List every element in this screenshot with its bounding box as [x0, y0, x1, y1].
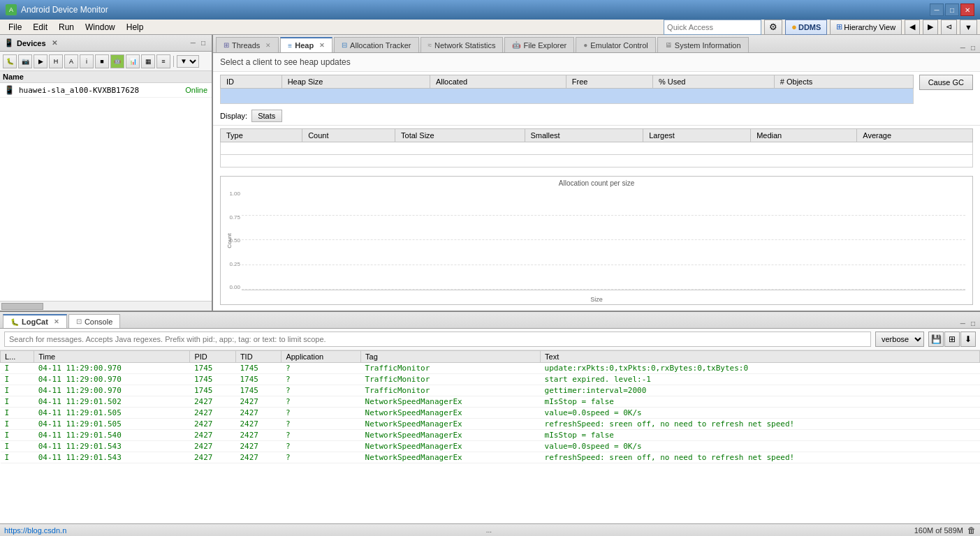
- dev-extra-btn[interactable]: ≡: [156, 54, 170, 68]
- nav-extra-button[interactable]: ⊲: [941, 20, 957, 35]
- dev-alloc-btn[interactable]: A: [64, 54, 78, 68]
- stats-select[interactable]: Stats: [251, 110, 282, 122]
- menu-run[interactable]: Run: [53, 21, 80, 34]
- ddms-button[interactable]: ● DDMS: [785, 20, 827, 35]
- log-cell-text: mIsStop = false: [541, 430, 980, 441]
- bottom-maximize-btn[interactable]: □: [969, 319, 977, 328]
- type-row: [221, 155, 973, 168]
- heap-table: ID Heap Size Allocated Free % Used # Obj…: [220, 75, 914, 104]
- menu-edit[interactable]: Edit: [27, 21, 53, 34]
- trash-icon[interactable]: 🗑: [967, 526, 976, 535]
- log-row[interactable]: I 04-11 11:29:00.970 1745 1745 ? Traffic…: [1, 363, 980, 374]
- dev-screenshot-btn[interactable]: 📷: [18, 54, 32, 68]
- devices-panel-controls: ─ □: [189, 38, 207, 47]
- log-table-container[interactable]: L... Time PID TID Application Tag Text I…: [0, 350, 980, 523]
- log-row[interactable]: I 04-11 11:29:01.502 2427 2427 ? Network…: [1, 396, 980, 408]
- dev-sysinfo-btn[interactable]: i: [80, 54, 94, 68]
- tab-emulator[interactable]: ● Emulator Control: [576, 37, 656, 52]
- log-row[interactable]: I 04-11 11:29:00.970 1745 1745 ? Traffic…: [1, 385, 980, 396]
- tabs-bar: ⊞ Threads ✕ ≡ Heap ✕ ⊟ Allocation Tracke…: [213, 35, 980, 53]
- dev-chart-btn[interactable]: 📊: [126, 54, 140, 68]
- log-row[interactable]: I 04-11 11:29:01.505 2427 2427 ? Network…: [1, 408, 980, 419]
- nav-more-button[interactable]: ▼: [960, 20, 977, 35]
- log-cell-time: 04-11 11:29:01.505: [34, 408, 190, 419]
- right-panel-minimize[interactable]: ─: [958, 43, 967, 52]
- devices-maximize-btn[interactable]: □: [199, 38, 207, 47]
- log-row[interactable]: I 04-11 11:29:01.540 2427 2427 ? Network…: [1, 430, 980, 441]
- log-cell-tid: 2427: [235, 396, 281, 408]
- log-col-tag: Tag: [361, 351, 541, 363]
- menu-file[interactable]: File: [3, 21, 27, 34]
- tab-heap-close[interactable]: ✕: [319, 42, 325, 49]
- quick-access-input[interactable]: [664, 20, 761, 35]
- heap-row[interactable]: [221, 89, 914, 104]
- type-col-totalsize: Total Size: [395, 129, 525, 142]
- device-icon: 📱: [4, 85, 15, 95]
- maximize-button[interactable]: □: [945, 3, 959, 16]
- chart-ytick-1: 0.00: [229, 284, 240, 290]
- hierarchy-view-button[interactable]: ⊞ Hierarchy View: [830, 20, 902, 35]
- menu-help[interactable]: Help: [121, 21, 149, 34]
- tab-explorer[interactable]: 🤖 File Explorer: [504, 37, 574, 52]
- dev-dropdown[interactable]: ▼: [177, 55, 199, 68]
- tab-sysinfo[interactable]: 🖥 System Information: [657, 37, 749, 52]
- devices-scrollbar-h[interactable]: [0, 301, 212, 311]
- logcat-grid-btn[interactable]: ⊞: [944, 332, 960, 347]
- devices-list: 📱 huawei-sla_al00-KVXBB17628 Online: [0, 83, 212, 301]
- dev-android-btn[interactable]: 🤖: [110, 54, 124, 68]
- tab-console[interactable]: ⊡ Console: [68, 314, 120, 328]
- dev-bar-btn[interactable]: ▦: [141, 54, 155, 68]
- logcat-clear-btn[interactable]: ⬇: [960, 332, 976, 347]
- tab-heap[interactable]: ≡ Heap ✕: [280, 37, 332, 52]
- status-url: https://blog.csdn.n: [4, 526, 66, 535]
- status-memory: 160M of 589M: [914, 526, 963, 535]
- window-title: Android Device Monitor: [21, 5, 930, 15]
- right-panel: ⊞ Threads ✕ ≡ Heap ✕ ⊟ Allocation Tracke…: [213, 35, 980, 311]
- devices-minimize-btn[interactable]: ─: [189, 38, 198, 47]
- quick-access-area: ⚙ ● DDMS ⊞ Hierarchy View ◀ ▶ ⊲ ▼: [664, 20, 977, 35]
- log-row[interactable]: I 04-11 11:29:00.970 1745 1745 ? Traffic…: [1, 374, 980, 385]
- verbose-select[interactable]: verbose debug info warn error: [875, 332, 924, 347]
- chart-ytick-5: 1.00: [229, 191, 240, 197]
- heap-col-allocated: Allocated: [430, 75, 566, 89]
- type-col-largest: Largest: [643, 129, 751, 142]
- menu-window[interactable]: Window: [80, 21, 121, 34]
- log-cell-text: refreshSpeed: sreen off, no need to refr…: [541, 452, 980, 463]
- log-row[interactable]: I 04-11 11:29:01.505 2427 2427 ? Network…: [1, 419, 980, 430]
- devices-panel-tab-close[interactable]: ✕: [52, 39, 57, 47]
- dev-debug-btn[interactable]: 🐛: [3, 54, 17, 68]
- dev-threads-btn[interactable]: ▶: [34, 54, 47, 68]
- bottom-area: 🐛 LogCat ✕ ⊡ Console ─ □ verbose debug i…: [0, 311, 980, 523]
- heap-col-objects: # Objects: [774, 75, 913, 89]
- logcat-tab-close[interactable]: ✕: [54, 318, 59, 325]
- tab-threads[interactable]: ⊞ Threads ✕: [216, 37, 279, 52]
- devices-panel-title: Devices: [17, 39, 46, 47]
- device-row[interactable]: 📱 huawei-sla_al00-KVXBB17628 Online: [0, 83, 212, 98]
- log-table: L... Time PID TID Application Tag Text I…: [0, 350, 980, 463]
- log-cell-text: start expired. level:-1: [541, 374, 980, 385]
- log-row[interactable]: I 04-11 11:29:01.543 2427 2427 ? Network…: [1, 441, 980, 452]
- logcat-save-btn[interactable]: 💾: [928, 332, 944, 347]
- right-panel-maximize[interactable]: □: [969, 43, 977, 52]
- tab-allocation[interactable]: ⊟ Allocation Tracker: [334, 37, 418, 52]
- cause-gc-button[interactable]: Cause GC: [919, 75, 973, 90]
- log-cell-pid: 1745: [190, 363, 236, 374]
- quick-access-settings-button[interactable]: ⚙: [764, 20, 782, 35]
- logcat-search-input[interactable]: [4, 332, 871, 347]
- display-row: Display: Stats: [213, 107, 980, 126]
- bottom-minimize-btn[interactable]: ─: [958, 319, 967, 328]
- tab-logcat[interactable]: 🐛 LogCat ✕: [3, 314, 67, 328]
- close-button[interactable]: ✕: [960, 3, 974, 16]
- type-row: [221, 142, 973, 155]
- dev-stop-btn[interactable]: ■: [95, 54, 109, 68]
- nav-forward-button[interactable]: ▶: [923, 20, 938, 35]
- tab-network[interactable]: ≈ Network Statistics: [420, 37, 504, 52]
- log-col-pid: PID: [190, 351, 236, 363]
- dev-heap-btn[interactable]: H: [49, 54, 63, 68]
- nav-back-button[interactable]: ◀: [905, 20, 920, 35]
- minimize-button[interactable]: ─: [930, 3, 944, 16]
- tab-threads-close[interactable]: ✕: [265, 42, 271, 49]
- log-col-text: Text: [541, 351, 980, 363]
- log-cell-tag: NetworkSpeedManagerEx: [361, 441, 541, 452]
- log-row[interactable]: I 04-11 11:29:01.543 2427 2427 ? Network…: [1, 452, 980, 463]
